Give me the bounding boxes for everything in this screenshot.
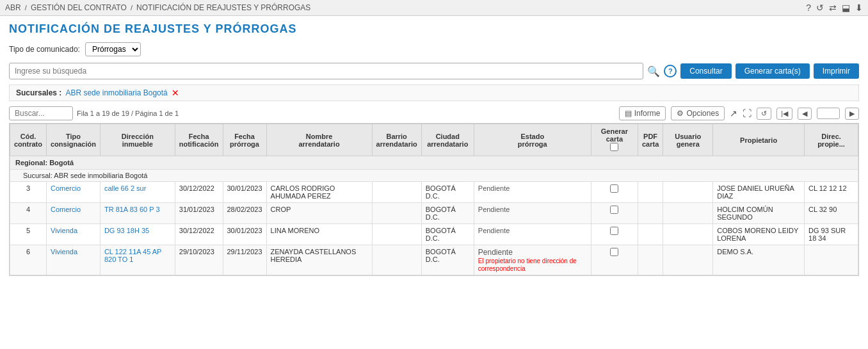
cell-tipo[interactable]: Comercio [47, 203, 100, 224]
cell-fecha-noti: 30/12/2022 [175, 224, 223, 245]
cell-usuario-genera [663, 182, 713, 203]
imprimir-button[interactable]: Imprimir [814, 63, 859, 79]
generar-carta-checkbox[interactable] [610, 184, 618, 193]
breadcrumb-current: NOTIFICACIÓN DE REAJUSTES Y PRÓRROGAS [136, 3, 310, 12]
cell-estado: PendienteEl propietario no tiene direcci… [474, 245, 591, 275]
col-propietario: Propietario [713, 124, 805, 156]
search-input[interactable] [9, 63, 643, 79]
col-nombre-arrendatario: Nombrearrendatario [266, 124, 372, 156]
toolbar-left: Fila 1 a 19 de 19 / Página 1 de 1 [9, 106, 179, 120]
cell-cod: 6 [10, 245, 47, 275]
cell-barrio [372, 245, 421, 275]
cell-generar-carta[interactable] [591, 182, 638, 203]
col-direc-propie: Direc.propie... [805, 124, 858, 156]
table-toolbar: Fila 1 a 19 de 19 / Página 1 de 1 ▤ Info… [9, 106, 859, 120]
cell-generar-carta[interactable] [591, 203, 638, 224]
help-button[interactable]: ? [664, 65, 677, 77]
col-pdf-carta: PDFcarta [638, 124, 663, 156]
col-fecha-notificacion: Fechanotificación [175, 124, 223, 156]
download-icon[interactable]: ⬇ [855, 3, 863, 13]
cell-tipo[interactable]: Vivienda [47, 245, 100, 275]
generar-carta-checkbox[interactable] [610, 248, 618, 256]
col-generar-carta[interactable]: Generar carta [591, 124, 638, 156]
col-fecha-prorroga: Fechaprórroga [223, 124, 266, 156]
cell-direccion[interactable]: TR 81A 83 60 P 3 [100, 203, 175, 224]
generar-carta-checkbox[interactable] [610, 227, 618, 235]
col-ciudad-arrendatario: Ciudadarrendatario [421, 124, 474, 156]
informe-icon: ▤ [625, 109, 632, 118]
nav-first-button[interactable]: |◀ [776, 108, 792, 120]
opciones-button[interactable]: ⚙ Opciones [671, 106, 725, 120]
generar-carta-checkbox[interactable] [610, 206, 618, 214]
cell-cod: 4 [10, 203, 47, 224]
cell-fecha-prorroga: 30/01/2023 [223, 224, 266, 245]
cell-cod: 5 [10, 224, 47, 245]
cell-direccion[interactable]: calle 66 2 sur [100, 182, 175, 203]
top-icons: ? ↺ ⇄ ⬓ ⬇ [806, 3, 863, 13]
page-size-input[interactable]: 25 [817, 108, 840, 119]
cell-estado: Pendiente [474, 203, 591, 224]
gear-icon: ⚙ [677, 109, 684, 118]
cell-generar-carta[interactable] [591, 224, 638, 245]
cell-propietario: HOLCIM COMÚN SEGUNDO [713, 203, 805, 224]
cell-usuario-genera [663, 203, 713, 224]
subgroup-label: Sucursal: ABR sede inmobiliaria Bogotá [10, 170, 858, 182]
nav-prev-button[interactable]: ◀ [798, 108, 812, 120]
buscar-input[interactable] [9, 106, 73, 120]
estado-error: El propietario no tiene dirección de cor… [478, 257, 577, 272]
expand-icon[interactable]: ⛶ [743, 108, 751, 118]
cell-generar-carta[interactable] [591, 245, 638, 275]
generar-carta-header-checkbox[interactable] [610, 143, 618, 151]
informe-button[interactable]: ▤ Informe [619, 106, 666, 120]
col-estado-prorroga: Estadoprórroga [474, 124, 591, 156]
pagination-info: Fila 1 a 19 de 19 / Página 1 de 1 [77, 110, 179, 117]
col-barrio-arrendatario: Barrioarrendatario [372, 124, 421, 156]
filter-remove-button[interactable]: ✕ [172, 88, 179, 98]
cell-nombre: ZENAYDA CASTELLANOS HEREDIA [266, 245, 372, 275]
cell-pdf-carta [638, 224, 663, 245]
col-tipo-consignacion: Tipoconsignación [47, 124, 100, 156]
cell-propietario: JOSE DANIEL URUEÑA DIAZ [713, 182, 805, 203]
cell-direc-propietario [805, 245, 858, 275]
cell-tipo[interactable]: Vivienda [47, 224, 100, 245]
generar-carta-button[interactable]: Generar carta(s) [735, 63, 810, 79]
cell-fecha-noti: 31/01/2023 [175, 203, 223, 224]
cell-pdf-carta [638, 203, 663, 224]
breadcrumb-gestion[interactable]: GESTIÓN DEL CONTRATO [31, 3, 127, 12]
nav-next-button[interactable]: ▶ [845, 108, 859, 120]
group-header-row: Regional: Bogotá [10, 156, 858, 170]
cell-pdf-carta [638, 245, 663, 275]
main-content: NOTIFICACIÓN DE REAJUSTES Y PRÓRROGAS Ti… [0, 16, 868, 282]
estado-label: Pendiente [478, 248, 513, 257]
cell-estado: Pendiente [474, 224, 591, 245]
cell-fecha-noti: 30/12/2022 [175, 182, 223, 203]
cell-estado: Pendiente [474, 182, 591, 203]
columns-icon[interactable]: ⇄ [829, 3, 837, 13]
search-button[interactable]: 🔍 [647, 65, 660, 77]
col-cod-contrato: Cód.contrato [10, 124, 47, 156]
cell-direc-propietario: CL 12 12 12 [805, 182, 858, 203]
cell-tipo[interactable]: Comercio [47, 182, 100, 203]
cell-nombre: CARLOS RODRIGO AHUMADA PEREZ [266, 182, 372, 203]
top-bar: ABR / GESTIÓN DEL CONTRATO / NOTIFICACIÓ… [0, 0, 868, 16]
nav-refresh-button[interactable]: ↺ [757, 108, 771, 120]
cell-direccion[interactable]: CL 122 11A 45 AP 820 TO 1 [100, 245, 175, 275]
share-icon[interactable]: ↗ [730, 108, 737, 118]
opciones-label: Opciones [686, 109, 719, 118]
cell-direccion[interactable]: DG 93 18H 35 [100, 224, 175, 245]
tipo-comunicado-select[interactable]: Prórrogas [85, 42, 141, 56]
download-alt-icon[interactable]: ⬓ [842, 3, 850, 13]
breadcrumb-abr[interactable]: ABR [5, 3, 21, 12]
breadcrumb: ABR / GESTIÓN DEL CONTRATO / NOTIFICACIÓ… [5, 3, 310, 12]
cell-ciudad: BOGOTÁ D.C. [421, 245, 474, 275]
cell-barrio [372, 224, 421, 245]
cell-fecha-prorroga: 29/11/2023 [223, 245, 266, 275]
filter-row: Sucursales : ABR sede inmobiliaria Bogot… [9, 85, 859, 101]
cell-propietario: COBOS MORENO LEIDY LORENA [713, 224, 805, 245]
cell-usuario-genera [663, 245, 713, 275]
refresh-icon[interactable]: ↺ [816, 3, 824, 13]
cell-pdf-carta [638, 182, 663, 203]
help-icon[interactable]: ? [806, 3, 811, 13]
cell-fecha-noti: 29/10/2023 [175, 245, 223, 275]
consultar-button[interactable]: Consultar [680, 63, 731, 79]
